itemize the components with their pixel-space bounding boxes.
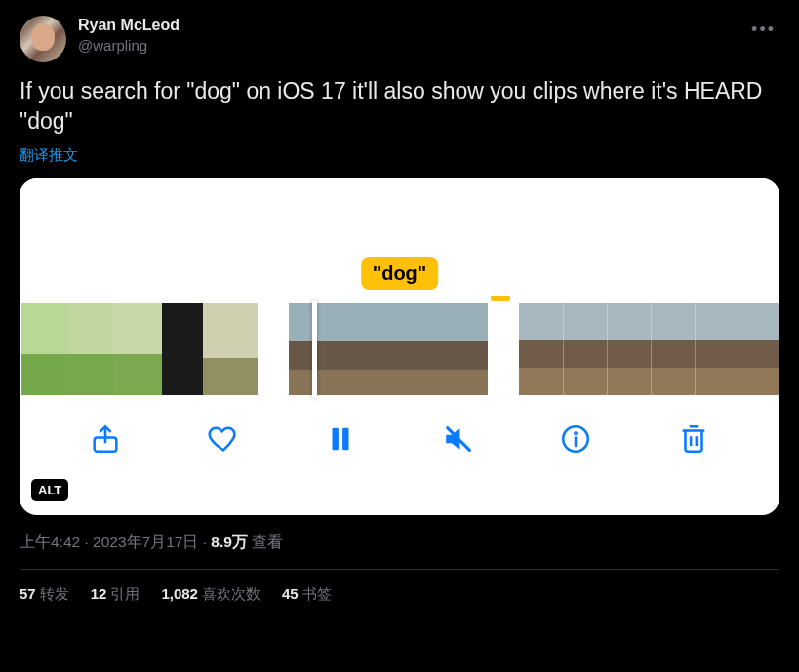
retweets-count: 57 [20,585,36,602]
tweet-meta: 上午4:42 · 2023年7月17日 · 8.9万 查看 [20,533,779,570]
search-token-marker [491,296,510,301]
thumbnail[interactable] [739,303,779,395]
tweet-time[interactable]: 上午4:42 [20,534,80,550]
user-info: Ryan McLeod @warpling [78,16,736,55]
quotes-count: 12 [91,585,107,602]
tweet-date[interactable]: 2023年7月17日 [93,534,198,550]
retweets-label: 转发 [40,585,69,602]
thumbnail[interactable] [519,303,563,395]
translate-link[interactable]: 翻译推文 [20,146,779,165]
tweet-container: Ryan McLeod @warpling ••• If you search … [0,0,799,615]
thumbnail[interactable] [162,303,203,395]
tweet-text: If you search for "dog" on iOS 17 it'll … [20,76,779,137]
info-icon[interactable] [559,422,592,455]
thumbnail[interactable] [21,303,66,395]
search-token-chip: "dog" [361,257,439,290]
likes-label: 喜欢次数 [202,585,260,602]
retweets-stat[interactable]: 57转发 [20,585,69,604]
svg-point-5 [576,433,577,434]
bookmarks-count: 45 [282,585,299,602]
likes-count: 1,082 [161,585,198,602]
more-icon[interactable]: ••• [747,16,779,44]
video-timeline[interactable] [20,303,779,395]
tweet-header: Ryan McLeod @warpling ••• [20,16,779,62]
svg-rect-2 [342,428,348,451]
playhead[interactable] [312,300,317,398]
media-card[interactable]: "dog" [20,178,779,515]
likes-stat[interactable]: 1,082喜欢次数 [161,585,260,604]
thumbnail[interactable] [113,303,162,395]
alt-badge[interactable]: ALT [31,479,68,501]
share-icon[interactable] [89,422,122,455]
tweet-stats: 57转发 12引用 1,082喜欢次数 45书签 [20,570,779,604]
user-handle[interactable]: @warpling [78,36,736,56]
thumbnail[interactable] [421,303,488,395]
display-name[interactable]: Ryan McLeod [78,16,736,36]
quotes-label: 引用 [110,585,140,602]
avatar[interactable] [20,16,66,62]
clip-group-2[interactable] [289,303,488,395]
clip-group-3[interactable] [519,303,779,395]
thumbnail[interactable] [695,303,739,395]
bookmarks-stat[interactable]: 45书签 [282,585,332,604]
bookmarks-label: 书签 [302,585,332,602]
media-top: "dog" [20,178,779,303]
thumbnail[interactable] [355,303,421,395]
thumbnail[interactable] [289,303,355,395]
heart-icon[interactable] [207,422,240,455]
mute-icon[interactable] [442,422,475,455]
thumbnail[interactable] [203,303,258,395]
thumbnail[interactable] [66,303,113,395]
thumbnail[interactable] [607,303,651,395]
quotes-stat[interactable]: 12引用 [91,585,140,604]
trash-icon[interactable] [677,422,710,455]
pause-icon[interactable] [324,422,357,455]
thumbnail[interactable] [563,303,607,395]
views-count[interactable]: 8.9万 [211,534,248,550]
clip-group-1[interactable] [21,303,258,395]
views-label: 查看 [252,534,283,550]
thumbnail[interactable] [651,303,695,395]
media-controls [20,395,779,483]
svg-rect-1 [333,428,339,451]
